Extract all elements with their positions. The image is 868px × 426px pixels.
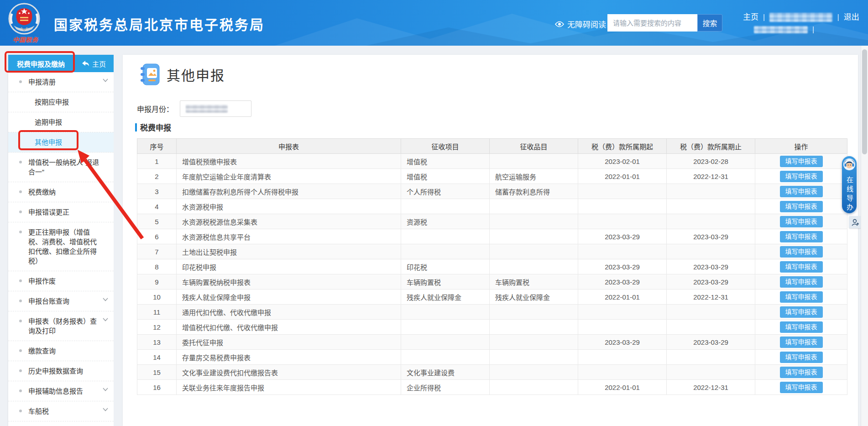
sidebar-item[interactable]: 水资源税信息共享平台 — [8, 421, 114, 426]
fill-form-button[interactable]: 填写申报表 — [780, 367, 823, 378]
fill-form-button[interactable]: 填写申报表 — [780, 156, 823, 167]
redacted-month-value — [186, 105, 228, 113]
tab-tax-declaration-payment[interactable]: 税费申报及缴纳 — [8, 55, 73, 72]
cell-action: 填写申报表 — [755, 199, 847, 214]
bullet-icon — [19, 349, 22, 352]
table-row: 6水资源税信息共享平台2023-03-292023-03-29填写申报表 — [137, 229, 847, 244]
table-row: 12增值税代扣代缴、代收代缴申报填写申报表 — [137, 320, 847, 335]
search-button[interactable]: 搜索 — [697, 14, 722, 32]
accessibility-label: 无障碍阅读 — [567, 18, 606, 30]
accessibility-link[interactable]: 无障碍阅读 — [555, 18, 606, 30]
online-guide-widget[interactable]: 在线导办 — [842, 156, 857, 213]
sidebar-item[interactable]: 税费缴纳 — [8, 182, 114, 202]
sidebar-item[interactable]: 缴款查询 — [8, 341, 114, 361]
sidebar-item[interactable]: 申报表（财务报表）查询及打印 — [8, 311, 114, 341]
cell-no: 14 — [137, 350, 177, 365]
sidebar-item-other-declaration[interactable]: 其他申报 — [8, 132, 114, 153]
table-column-header: 征收项目 — [401, 139, 490, 154]
sidebar-tabbar: 税费申报及缴纳 主页 — [8, 55, 114, 72]
fill-form-button[interactable]: 填写申报表 — [780, 186, 823, 197]
cell-no: 2 — [137, 169, 177, 184]
cell-levy-sub-item — [490, 199, 578, 214]
sidebar-item[interactable]: 更正往期申报（增值税、消费税、增值税代扣代缴、扣缴企业所得税） — [8, 222, 114, 271]
sidebar-item[interactable]: 申报作废 — [8, 271, 114, 291]
sidebar-item[interactable]: 增值税一般纳税人“报退合一” — [8, 153, 114, 182]
table-body: 1增值税预缴申报表增值税2023-02-012023-02-28填写申报表2年度… — [137, 154, 847, 395]
table-row: 5水资源税税源信息采集表资源税填写申报表 — [137, 214, 847, 229]
chevron-down-icon — [103, 388, 108, 391]
fill-form-button[interactable]: 填写申报表 — [780, 171, 823, 182]
sidebar-item[interactable]: 按期应申报 — [8, 92, 114, 112]
fill-form-button[interactable]: 填写申报表 — [780, 216, 823, 227]
table-head: 序号申报表征收项目征收品目税（费）款所属期起税（费）款所属期止操作 — [137, 139, 847, 154]
fill-form-button[interactable]: 填写申报表 — [780, 201, 823, 212]
sidebar-item[interactable]: 历史申报数据查询 — [8, 361, 114, 381]
table-column-header: 税（费）款所属期起 — [578, 139, 667, 154]
cell-period-start — [578, 199, 667, 214]
cell-levy-item: 文化事业建设费 — [401, 365, 490, 380]
cell-period-start: 2022-01-01 — [578, 289, 667, 305]
cell-no: 6 — [137, 229, 177, 244]
sidebar-item[interactable]: 逾期申报 — [8, 112, 114, 132]
cell-action: 填写申报表 — [755, 184, 847, 199]
fill-form-button[interactable]: 填写申报表 — [780, 291, 823, 303]
logout-link[interactable]: 退出 — [844, 12, 859, 23]
cell-levy-item — [401, 350, 490, 365]
fill-form-button[interactable]: 填写申报表 — [780, 321, 823, 333]
table-column-header: 申报表 — [177, 139, 401, 154]
cell-period-start: 2023-03-29 — [578, 259, 667, 274]
sidebar-item[interactable]: 申报错误更正 — [8, 202, 114, 222]
table-row: 3扣缴储蓄存款利息所得个人所得税申报个人所得税储蓄存款利息所得填写申报表 — [137, 184, 847, 199]
month-input[interactable] — [180, 100, 251, 117]
cell-action: 填写申报表 — [755, 214, 847, 229]
tab-home[interactable]: 主页 — [73, 55, 114, 72]
table-row: 9车辆购置税纳税申报表车辆购置税车辆购置税2023-03-292023-03-2… — [137, 274, 847, 289]
scrollbar-thumb[interactable] — [862, 49, 867, 154]
cell-levy-sub-item — [490, 320, 578, 335]
cell-period-start — [578, 320, 667, 335]
sidebar-item-label: 税费缴纳 — [28, 188, 56, 196]
fill-form-button[interactable]: 填写申报表 — [780, 337, 823, 348]
sidebar-item-label: 增值税一般纳税人“报退合一” — [28, 158, 99, 176]
table-column-header: 征收品目 — [490, 139, 578, 154]
fill-form-button[interactable]: 填写申报表 — [780, 261, 823, 273]
sidebar-item[interactable]: 车船税 — [8, 401, 114, 421]
table-row: 15文化事业建设费代扣代缴报告表文化事业建设费填写申报表 — [137, 365, 847, 380]
search-input[interactable] — [607, 14, 697, 32]
bullet-icon — [19, 161, 22, 163]
cell-no: 16 — [137, 380, 177, 395]
cell-form-name: 通用代扣代缴、代收代缴申报 — [177, 305, 401, 320]
cell-form-name: 增值税代扣代缴、代收代缴申报 — [177, 320, 401, 335]
fill-form-button[interactable]: 填写申报表 — [780, 276, 823, 288]
cell-form-name: 水资源税申报 — [177, 199, 401, 214]
declaration-table: 序号申报表征收项目征收品目税（费）款所属期起税（费）款所属期止操作 1增值税预缴… — [137, 138, 847, 395]
fill-form-button[interactable]: 填写申报表 — [780, 231, 823, 242]
fill-form-button[interactable]: 填写申报表 — [780, 246, 823, 258]
separator: | — [837, 12, 839, 23]
tax-bureau-logo: 中国税务 — [7, 2, 44, 45]
sidebar-item-label: 逾期申报 — [35, 118, 62, 126]
cell-period-start: 2022-01-01 — [578, 380, 667, 395]
cell-levy-item: 增值税 — [401, 169, 490, 184]
sidebar-item[interactable]: 申报清册 — [8, 72, 114, 92]
sidebar-item[interactable]: 申报辅助信息报告 — [8, 381, 114, 401]
cell-action: 填写申报表 — [755, 244, 847, 259]
fill-form-button[interactable]: 填写申报表 — [780, 306, 823, 318]
cell-period-end — [667, 320, 755, 335]
contact-widget[interactable] — [849, 216, 861, 228]
cell-no: 9 — [137, 274, 177, 289]
cell-period-end — [667, 305, 755, 320]
cell-period-start — [578, 184, 667, 199]
cell-no: 11 — [137, 305, 177, 320]
bullet-icon — [19, 389, 22, 392]
fill-form-button[interactable]: 填写申报表 — [780, 382, 823, 393]
fill-form-button[interactable]: 填写申报表 — [780, 352, 823, 363]
page-title: 其他申报 — [167, 64, 225, 84]
cell-action: 填写申报表 — [755, 320, 847, 335]
home-link[interactable]: 主页 — [743, 12, 758, 23]
cell-period-end: 2023-03-29 — [667, 259, 755, 274]
sidebar-item[interactable]: 申报台账查询 — [8, 291, 114, 311]
cell-period-start: 2023-03-29 — [578, 274, 667, 289]
bullet-icon — [19, 410, 22, 412]
table-row: 4水资源税申报填写申报表 — [137, 199, 847, 214]
